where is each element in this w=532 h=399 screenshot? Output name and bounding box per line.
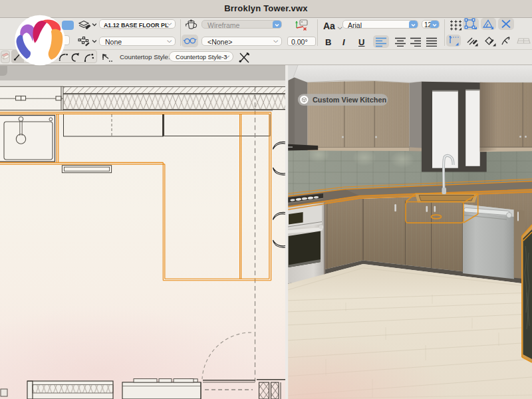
svg-text:Custom View Kitchen: Custom View Kitchen [313, 96, 386, 104]
